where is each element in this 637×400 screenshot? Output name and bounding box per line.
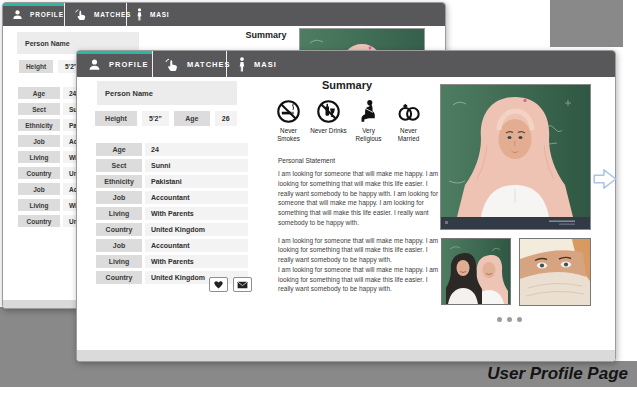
profile-fields: Age24 SectSunni EthnicityPakistani JobAc…: [96, 143, 248, 284]
field-label: Country: [18, 167, 60, 179]
badge-never-smokes: Never Smokes: [270, 99, 307, 143]
swipe-hand-icon: [74, 9, 87, 20]
personal-statement-title: Personal Statement: [278, 157, 335, 164]
table-row: Age24: [96, 143, 248, 156]
height-value: 5'2": [142, 111, 169, 126]
swipe-hand-icon: [164, 58, 179, 71]
thumbnail-photo-1[interactable]: [441, 238, 511, 305]
praying-icon: [360, 99, 377, 124]
tab-label: MATCHES: [187, 60, 231, 69]
badge-very-religious: Very Religious: [350, 99, 387, 143]
tab-matches[interactable]: MATCHES: [153, 51, 227, 77]
table-row: SectSunni: [96, 159, 248, 172]
field-value: Pakistani: [145, 175, 248, 188]
statement-paragraph: I am looking for someone that will make …: [278, 236, 441, 265]
window-footer: [77, 350, 615, 361]
field-label: Sect: [18, 103, 60, 115]
main-photo: [440, 84, 591, 230]
field-value: Accountant: [145, 239, 248, 252]
table-row: LivingWith Parents: [96, 255, 248, 268]
person-name-label: Person Name: [25, 40, 70, 47]
pagination-dot[interactable]: [497, 317, 502, 322]
tab-label: MATCHES: [94, 11, 131, 18]
badge-never-drinks: Never Drinks: [310, 99, 347, 143]
thumbnail-photo-2[interactable]: [519, 238, 591, 306]
field-label: Job: [96, 191, 142, 204]
field-label: Country: [96, 271, 142, 284]
tab-bar: PROFILE MATCHES MASI: [3, 3, 445, 26]
tab-matches[interactable]: MATCHES: [65, 3, 127, 26]
no-smoking-icon: [276, 99, 301, 124]
field-label: Job: [18, 135, 60, 147]
age-value: 26: [215, 111, 237, 126]
height-label: Height: [95, 111, 137, 126]
badge-label: Very Religious: [350, 127, 387, 143]
field-value: With Parents: [145, 207, 248, 220]
table-row: JobAccountant: [96, 191, 248, 204]
standing-person-icon: [238, 57, 246, 72]
summary-title: Summary: [272, 79, 422, 91]
pagination-dot[interactable]: [517, 317, 522, 322]
tab-profile[interactable]: PROFILE: [77, 51, 153, 77]
badge-label: Never Married: [390, 127, 427, 143]
personal-statement-text: I am looking for someone that will make …: [278, 169, 441, 294]
field-label: Ethnicity: [96, 175, 142, 188]
field-label: Living: [96, 255, 142, 268]
badge-label: Never Drinks: [310, 127, 346, 135]
statement-paragraph: I am looking for someone that will make …: [278, 265, 441, 294]
field-label: Living: [96, 207, 142, 220]
pagination-dot[interactable]: [507, 317, 512, 322]
page: User Profile Page PROFILE MATCHES MASI S…: [0, 0, 637, 400]
tab-label: PROFILE: [30, 11, 64, 18]
wedding-rings-icon: [395, 99, 422, 124]
tab-label: MASI: [254, 60, 277, 69]
tab-label: PROFILE: [109, 60, 149, 69]
field-value: Sunni: [145, 159, 248, 172]
standing-person-icon: [136, 8, 143, 21]
field-label: Sect: [96, 159, 142, 172]
tab-profile[interactable]: PROFILE: [3, 3, 65, 26]
field-label: Living: [18, 151, 60, 163]
favorite-button[interactable]: [209, 277, 228, 292]
next-arrow-icon[interactable]: [591, 165, 619, 193]
person-icon: [88, 58, 101, 71]
heart-icon: [213, 280, 224, 289]
field-label: Country: [96, 223, 142, 236]
backdrop-top-right: [550, 0, 623, 47]
tab-masi[interactable]: MASI: [127, 3, 179, 26]
height-label: Height: [19, 60, 53, 73]
field-label: Age: [96, 143, 142, 156]
no-drinking-icon: [316, 99, 341, 124]
field-value: United Kingdom: [145, 223, 248, 236]
field-label: Job: [96, 239, 142, 252]
envelope-icon: [237, 281, 248, 289]
profile-window-front: PROFILE MATCHES MASI Person Name Height …: [76, 50, 616, 362]
message-button[interactable]: [233, 277, 252, 292]
photo-pagination: [497, 317, 522, 322]
field-label: Age: [18, 87, 60, 99]
action-buttons: [209, 277, 252, 292]
tab-bar: PROFILE MATCHES MASI: [77, 51, 615, 77]
table-row: EthnicityPakistani: [96, 175, 248, 188]
badge-label: Never Smokes: [270, 127, 307, 143]
field-value: With Parents: [145, 255, 248, 268]
statement-paragraph: I am looking for someone that will make …: [278, 169, 441, 228]
page-caption: User Profile Page: [487, 361, 628, 387]
person-name-box: Person Name: [97, 81, 237, 105]
person-name-label: Person Name: [105, 89, 153, 98]
field-label: Job: [18, 183, 60, 195]
tab-label: MASI: [150, 11, 169, 18]
tab-masi[interactable]: MASI: [227, 51, 289, 77]
height-age-row: Height 5'2" Age 26: [95, 111, 237, 126]
field-value: Accountant: [145, 191, 248, 204]
table-row: JobAccountant: [96, 239, 248, 252]
table-row: CountryUnited Kingdom: [96, 223, 248, 236]
badge-never-married: Never Married: [390, 99, 427, 143]
field-label: Ethnicity: [18, 119, 60, 131]
table-row: LivingWith Parents: [96, 207, 248, 220]
age-label: Age: [174, 111, 210, 126]
field-label: Country: [18, 215, 60, 227]
summary-badges: Never Smokes Never Drinks Very Religious…: [270, 99, 427, 143]
person-icon: [12, 9, 23, 20]
field-value: 24: [145, 143, 248, 156]
